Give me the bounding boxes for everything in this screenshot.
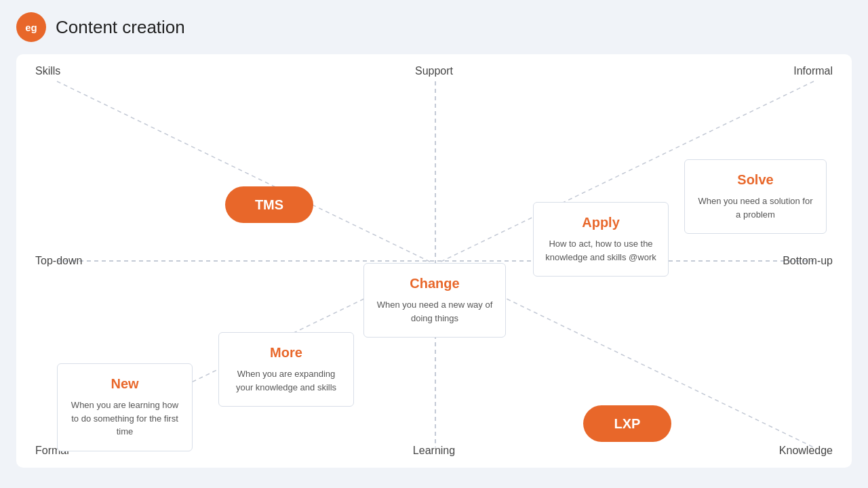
- logo: eg: [16, 12, 46, 42]
- card-solve: Solve When you need a solution for a pro…: [684, 159, 827, 234]
- apply-title: Apply: [545, 215, 657, 230]
- new-title: New: [68, 376, 181, 392]
- more-body: When you are expanding your knowledge an…: [230, 367, 342, 394]
- card-more: More When you are expanding your knowled…: [218, 332, 354, 407]
- page-title: Content creation: [56, 17, 185, 38]
- label-bottomup: Bottom-up: [783, 255, 833, 267]
- label-knowledge: Knowledge: [779, 445, 833, 457]
- change-body: When you need a new way of doing things: [375, 298, 494, 325]
- diagram: Skills Support Informal Top-down Bottom-…: [16, 54, 852, 468]
- lxp-pill[interactable]: LXP: [583, 405, 671, 442]
- label-topdown: Top-down: [35, 255, 82, 267]
- label-skills: Skills: [35, 65, 60, 77]
- label-learning: Learning: [413, 445, 455, 457]
- more-title: More: [230, 345, 342, 361]
- card-new: New When you are learning how to do some…: [57, 363, 193, 451]
- change-title: Change: [375, 276, 494, 291]
- tms-pill[interactable]: TMS: [225, 186, 313, 223]
- solve-title: Solve: [696, 172, 815, 188]
- card-change: Change When you need a new way of doing …: [363, 263, 506, 338]
- label-informal: Informal: [793, 65, 833, 77]
- label-support: Support: [415, 65, 453, 77]
- apply-body: How to act, how to use the knowledge and…: [545, 237, 657, 264]
- card-apply: Apply How to act, how to use the knowled…: [533, 202, 669, 277]
- solve-body: When you need a solution for a problem: [696, 195, 815, 221]
- header: eg Content creation: [0, 0, 868, 54]
- new-body: When you are learning how to do somethin…: [68, 399, 181, 439]
